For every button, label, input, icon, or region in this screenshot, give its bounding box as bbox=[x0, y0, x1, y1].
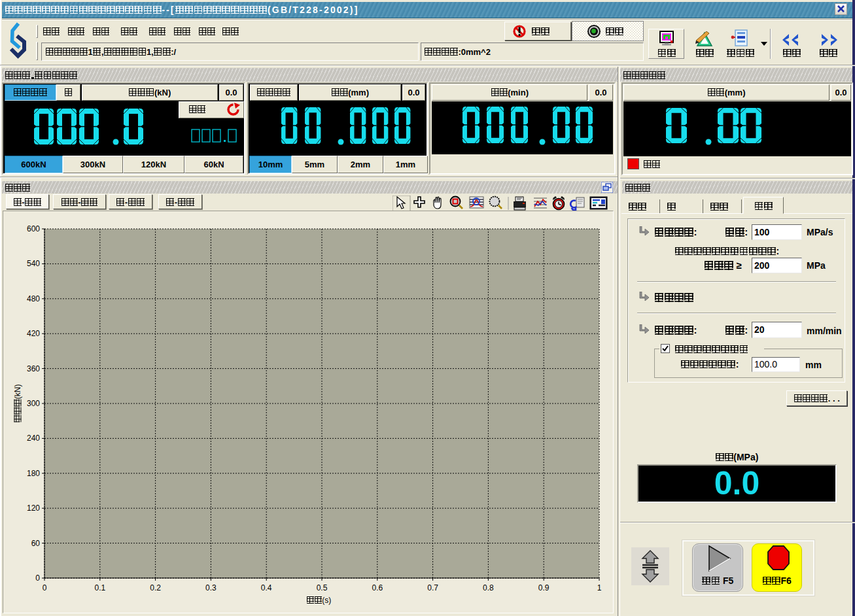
svg-text:0.3: 0.3 bbox=[205, 583, 217, 592]
svg-text:0.8: 0.8 bbox=[483, 583, 494, 592]
svg-text:0.2: 0.2 bbox=[150, 583, 161, 592]
svg-text:0.7: 0.7 bbox=[427, 583, 438, 592]
svg-text:0.9: 0.9 bbox=[538, 583, 550, 592]
svg-text:0.5: 0.5 bbox=[317, 583, 328, 592]
svg-text:180: 180 bbox=[27, 469, 40, 478]
svg-text:60: 60 bbox=[31, 539, 41, 548]
svg-text:240: 240 bbox=[27, 434, 40, 443]
svg-text:0.4: 0.4 bbox=[261, 583, 272, 592]
svg-text:0: 0 bbox=[43, 583, 47, 592]
svg-text:600: 600 bbox=[27, 224, 40, 233]
svg-text:300: 300 bbox=[27, 399, 40, 408]
svg-text:540: 540 bbox=[27, 259, 40, 268]
svg-text:360: 360 bbox=[27, 364, 40, 373]
svg-text:120: 120 bbox=[27, 504, 40, 513]
svg-text:0.6: 0.6 bbox=[372, 583, 383, 592]
svg-text:0: 0 bbox=[35, 573, 40, 583]
svg-text:1: 1 bbox=[597, 583, 602, 592]
svg-text:0.1: 0.1 bbox=[94, 583, 105, 592]
svg-text:480: 480 bbox=[27, 294, 40, 303]
svg-text:420: 420 bbox=[27, 329, 40, 338]
